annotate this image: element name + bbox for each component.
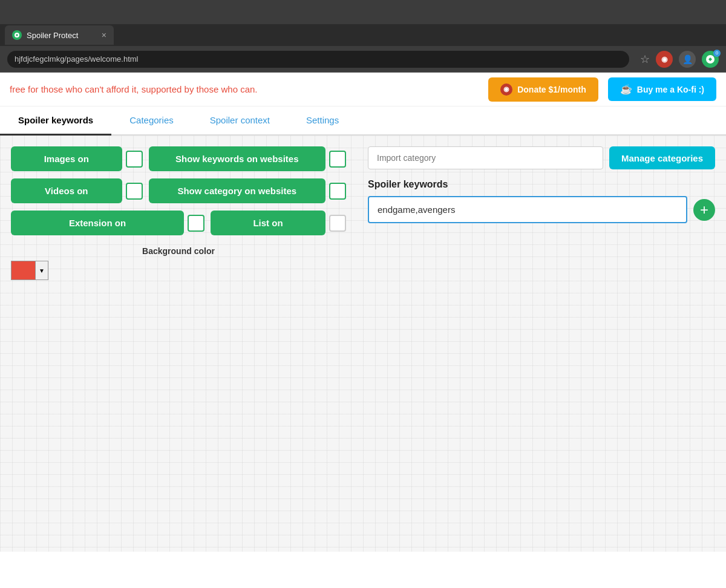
kofi-label: Buy me a Ko-fi :) xyxy=(637,85,704,94)
banner-text: free for those who can't afford it, supp… xyxy=(10,84,479,94)
donate-button[interactable]: ◉ Donate $1/month xyxy=(488,77,598,102)
images-toggle-btn[interactable]: Images on xyxy=(11,146,122,171)
color-dropdown-arrow[interactable]: ▼ xyxy=(35,261,48,280)
donate-label: Donate $1/month xyxy=(517,85,586,94)
videos-toggle-btn[interactable]: Videos on xyxy=(11,178,122,203)
tab-title: Spoiler Protect xyxy=(27,31,78,40)
bg-color-section: Background color ▼ xyxy=(11,246,346,280)
kofi-icon: ☕ xyxy=(620,83,632,95)
adblock-icon[interactable]: ◉ xyxy=(656,51,673,68)
donate-icon: ◉ xyxy=(500,83,512,96)
tab-settings[interactable]: Settings xyxy=(288,106,357,136)
tabs-nav: Spoiler keywords Categories Spoiler cont… xyxy=(0,106,726,136)
color-picker-row: ▼ xyxy=(11,261,346,280)
extension-toggle-indicator[interactable] xyxy=(188,215,204,232)
show-keywords-indicator[interactable] xyxy=(329,151,346,168)
bg-color-label: Background color xyxy=(11,246,346,256)
show-category-indicator[interactable] xyxy=(329,183,346,200)
badge-count: 0 xyxy=(713,50,721,57)
tab-close-btn[interactable]: × xyxy=(102,30,106,40)
show-keywords-btn[interactable]: Show keywords on websites xyxy=(149,146,325,171)
left-panel: Images on Show keywords on websites Vide… xyxy=(0,136,357,552)
bookmark-icon[interactable]: ☆ xyxy=(640,53,650,66)
extension-icon xyxy=(12,30,22,40)
list-toggle-btn[interactable]: List on xyxy=(211,211,325,235)
import-category-input[interactable] xyxy=(368,146,603,169)
images-toggle-indicator[interactable] xyxy=(126,151,143,168)
browser-tab[interactable]: Spoiler Protect × xyxy=(5,25,114,45)
extension-toolbar-icon[interactable]: 0 xyxy=(702,51,719,68)
main-panel: Images on Show keywords on websites Vide… xyxy=(0,136,726,552)
profile-icon[interactable]: 👤 xyxy=(679,51,696,68)
page-content: Spoiler keywords Categories Spoiler cont… xyxy=(0,106,726,588)
tab-categories[interactable]: Categories xyxy=(111,106,192,136)
toolbar-icons: ☆ ◉ 👤 0 xyxy=(640,51,719,68)
kofi-button[interactable]: ☕ Buy me a Ko-fi :) xyxy=(608,77,716,101)
list-toggle-indicator[interactable] xyxy=(329,215,346,232)
promo-banner: free for those who can't afford it, supp… xyxy=(0,73,726,106)
right-panel: Manage categories Spoiler keywords + xyxy=(357,136,726,552)
address-bar[interactable] xyxy=(7,51,629,68)
keyword-input[interactable] xyxy=(368,196,687,223)
color-swatch[interactable] xyxy=(11,261,35,280)
tab-spoiler-context[interactable]: Spoiler context xyxy=(192,106,288,136)
add-keyword-btn[interactable]: + xyxy=(693,199,715,221)
import-row: Manage categories xyxy=(368,146,715,169)
videos-toggle-indicator[interactable] xyxy=(126,183,143,200)
extension-toggle-btn[interactable]: Extension on xyxy=(11,211,184,235)
manage-categories-btn[interactable]: Manage categories xyxy=(609,146,715,169)
spoiler-keywords-label: Spoiler keywords xyxy=(368,179,715,190)
keyword-input-row: + xyxy=(368,196,715,223)
tab-spoiler-keywords[interactable]: Spoiler keywords xyxy=(0,106,111,136)
show-category-btn[interactable]: Show category on websites xyxy=(149,178,325,203)
